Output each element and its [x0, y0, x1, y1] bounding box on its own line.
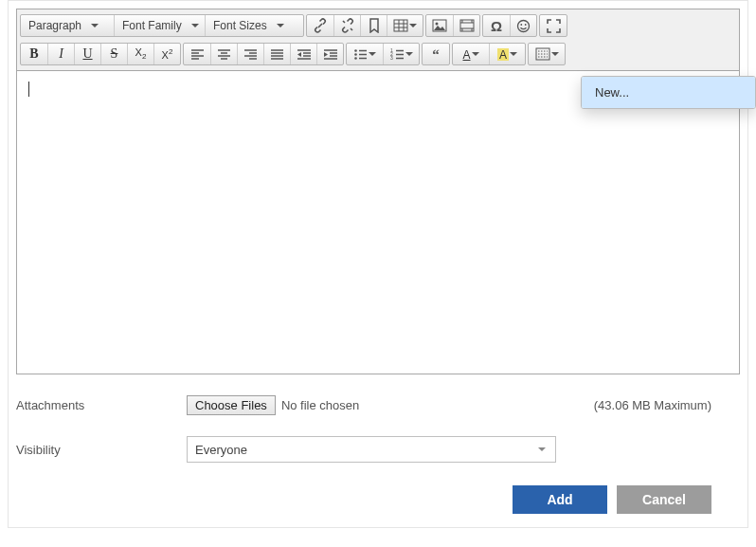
chevron-down-icon	[369, 52, 376, 56]
attachments-row: Attachments Choose Files No file chosen …	[16, 395, 740, 415]
chevron-down-icon	[277, 24, 284, 27]
bold-button[interactable]: B	[21, 44, 47, 64]
svg-point-8	[354, 53, 357, 56]
toolbar-row-1: Paragraph Font Family Font Sizes	[19, 11, 737, 40]
toolbar-row-2: B I U S X2 X2 123	[19, 40, 737, 68]
font-sizes-select[interactable]: Font Sizes	[205, 15, 303, 36]
action-buttons: Add Cancel	[16, 485, 711, 514]
svg-point-9	[354, 57, 357, 60]
svg-rect-0	[394, 20, 407, 31]
strikethrough-button[interactable]: S	[100, 44, 127, 64]
chevron-down-icon	[538, 447, 546, 451]
special-char-button[interactable]: Ω	[483, 15, 510, 36]
visibility-row: Visibility Everyone	[16, 436, 740, 463]
align-center-button[interactable]	[210, 44, 237, 64]
max-size-text: (43.06 MB Maximum)	[594, 398, 740, 412]
cancel-button[interactable]: Cancel	[617, 485, 711, 514]
italic-button[interactable]: I	[47, 44, 74, 64]
svg-text:3: 3	[390, 55, 393, 61]
bullet-list-button[interactable]	[347, 44, 383, 64]
file-status-text: No file chosen	[281, 398, 359, 412]
align-justify-button[interactable]	[263, 44, 290, 64]
editor-content[interactable]	[16, 71, 740, 374]
add-button[interactable]: Add	[513, 485, 607, 514]
font-family-select[interactable]: Font Family	[114, 15, 205, 36]
align-left-button[interactable]	[184, 44, 210, 64]
visibility-value: Everyone	[195, 443, 247, 457]
chevron-down-icon	[405, 52, 413, 56]
templates-menu-new[interactable]: New...	[582, 77, 755, 108]
visibility-label: Visibility	[16, 443, 187, 457]
chevron-down-icon	[510, 52, 517, 56]
blockquote-button[interactable]: “	[423, 44, 449, 64]
editor-toolbar: Paragraph Font Family Font Sizes	[16, 9, 740, 71]
subscript-button[interactable]: X2	[127, 44, 153, 64]
attachments-label: Attachments	[16, 398, 187, 412]
superscript-button[interactable]: X2	[153, 44, 180, 64]
chevron-down-icon	[91, 24, 99, 27]
fullscreen-button[interactable]	[540, 15, 567, 36]
text-cursor	[28, 82, 29, 97]
media-button[interactable]	[453, 15, 479, 36]
templates-menu: New...	[581, 76, 756, 109]
indent-button[interactable]	[316, 44, 343, 64]
svg-point-2	[436, 23, 439, 26]
chevron-down-icon	[191, 24, 199, 27]
svg-point-7	[354, 49, 357, 52]
background-color-button[interactable]: A	[489, 44, 525, 64]
align-right-button[interactable]	[237, 44, 263, 64]
visibility-select[interactable]: Everyone	[187, 436, 556, 463]
font-family-label: Font Family	[122, 19, 182, 32]
chevron-down-icon	[409, 24, 417, 27]
numbered-list-button[interactable]: 123	[383, 44, 419, 64]
unlink-button[interactable]	[333, 15, 360, 36]
svg-point-4	[518, 20, 530, 31]
underline-button[interactable]: U	[74, 44, 100, 64]
paragraph-label: Paragraph	[28, 19, 81, 32]
font-sizes-label: Font Sizes	[213, 19, 267, 32]
svg-point-6	[525, 24, 527, 26]
choose-files-button[interactable]: Choose Files	[187, 395, 276, 415]
link-button[interactable]	[307, 15, 333, 36]
chevron-down-icon	[551, 52, 559, 56]
svg-point-5	[520, 24, 522, 26]
chevron-down-icon	[472, 52, 479, 56]
templates-button[interactable]	[529, 44, 565, 64]
outdent-button[interactable]	[290, 44, 316, 64]
image-button[interactable]	[426, 15, 453, 36]
bookmark-button[interactable]	[360, 15, 387, 36]
emoji-button[interactable]	[510, 15, 536, 36]
paragraph-select[interactable]: Paragraph	[21, 15, 114, 36]
table-button[interactable]	[387, 15, 423, 36]
text-color-button[interactable]: A	[453, 44, 489, 64]
